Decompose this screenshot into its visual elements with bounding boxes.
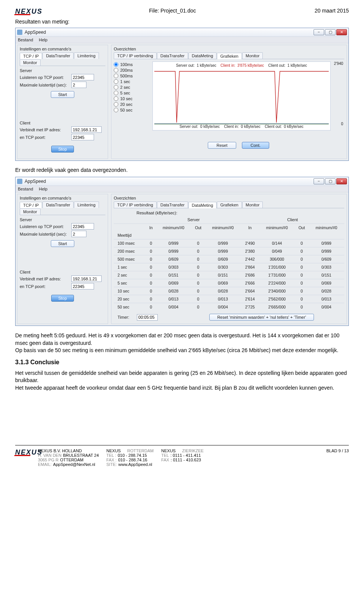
clientport-label: en TCP poort: [20,135,69,140]
radio-2sec[interactable]: 2 sec [114,85,133,90]
listen-port-input[interactable] [71,223,94,230]
body-p2: Op basis van de 50 sec meting is een min… [15,347,338,353]
server-label: Server [20,68,105,73]
left-panel-2: Instellingen en commando's TCP / IP Data… [17,194,108,324]
minimize-button[interactable]: − [314,29,324,35]
tab-monitor[interactable]: Monitor [20,59,41,66]
table-row: 100 msec00/99900/9992'4900/14400/999 [114,239,344,247]
app-icon [17,30,22,35]
close-button[interactable]: ✕ [336,29,347,35]
server-heading: Server [146,216,241,224]
chart-ymax: 2'940 [331,61,343,66]
reset-button[interactable]: Reset [208,142,236,149]
header-date: 20 maart 2015 [315,8,349,14]
maximize-button[interactable]: ▢ [325,29,336,35]
radio-20sec[interactable]: 20 sec [114,102,133,107]
connect-label: Verbindt met IP adres: [20,127,69,132]
radio-1sec[interactable]: 1 sec [114,79,133,84]
client-port-input[interactable] [71,134,94,140]
tab-tcpip[interactable]: TCP / IP [20,53,42,59]
app-icon [17,179,22,184]
result-label: Resultaat (kByte/sec): [136,211,344,215]
tab-limitering[interactable]: Limitering [74,201,99,208]
tab-dtransfer[interactable]: DataTransfer [157,52,188,59]
titlebar: AppSpeed − ▢ ✕ [16,28,348,37]
client-label: Client [20,121,105,125]
minimize-button[interactable]: − [314,178,324,184]
timer-label: Timer: [118,315,129,319]
caption-1: Er wordt redelijk vaak geen data overgez… [15,167,349,173]
start-button[interactable]: Start [51,91,74,98]
maxlisten-input[interactable] [71,82,86,88]
ip-input[interactable] [71,275,102,282]
chart-top-stats: Server out: 1 kByte/sec Client in: 3'875… [154,63,329,68]
close-button[interactable]: ✕ [336,178,347,184]
listen-port-input[interactable] [71,74,94,80]
tab-datameting[interactable]: DataMeting [188,202,217,208]
tab-tcpconn[interactable]: TCP / IP verbinding [114,201,157,208]
reset-all-button[interactable]: Reset 'minimum waarden' + 'nul tellers' … [209,314,314,321]
body-p3: Het verschil tussen de gemiddelde snelhe… [15,370,347,384]
client-heading: Client [241,216,344,224]
tab-datameting[interactable]: DataMeting [188,52,217,59]
client-port-input[interactable] [71,283,94,289]
ip-input[interactable] [71,126,102,133]
left-tabs: TCP / IP DataTransfer Limitering Monitor [20,52,105,66]
chart-frame: Server out: 1 kByte/sec Client in: 3'875… [152,61,331,131]
doc-footer: NEXUS NEXUS B.V. HOLLAND H. VAN DENBRULE… [15,445,349,467]
right-group-title: Overzichten [114,47,344,51]
table-row: 10 sec00/02800/0282'6642'340/00000/028 [114,287,344,295]
right-panel: Overzichten TCP / IP verbinding DataTran… [111,45,347,159]
app-window-1: AppSpeed − ▢ ✕ Bestand Help Instellingen… [15,28,349,161]
tab-limitering[interactable]: Limitering [74,52,99,59]
radio-200ms[interactable]: 200ms [114,68,133,72]
right-panel-2: Overzichten TCP / IP verbinding DataTran… [111,194,347,324]
maximize-button[interactable]: ▢ [325,178,336,184]
menu-help[interactable]: Help [39,187,47,191]
table-row: 20 sec00/01300/0132'6142'562/00000/013 [114,295,344,303]
tab-monitor2[interactable]: Monitor [242,201,263,208]
stop-button[interactable]: Stop [51,146,74,153]
menu-bestand[interactable]: Bestand [18,38,33,42]
menubar-2: Bestand Help [16,186,348,192]
menu-help[interactable]: Help [39,38,47,42]
tab-monitor2[interactable]: Monitor [242,52,263,59]
start-button[interactable]: Start [51,240,74,247]
radio-500ms[interactable]: 500ms [114,74,133,78]
tab-tcpconn[interactable]: TCP / IP verbinding [114,52,157,59]
logo: NEXUS [15,8,30,16]
section-title: Resultaten van meting: [15,19,349,25]
maxlisten-label: Maximale luistertijd (sec): [20,83,69,87]
chart-bottom-stats: Server out: 0 kByte/sec Client in: 0 kBy… [154,124,329,129]
tab-tcpip[interactable]: TCP / IP [20,202,42,208]
result-table: Server Client In minimum/#0 Out minimum/… [114,216,344,311]
meettijd-label: Meettijd [114,231,344,239]
tab-grafieken[interactable]: Grafieken [217,201,242,208]
menubar: Bestand Help [16,37,348,43]
radio-5sec[interactable]: 5 sec [114,91,133,95]
app-window-2: AppSpeed − ▢ ✕ Bestand Help Instellingen… [15,177,349,326]
timer-value[interactable] [137,314,158,321]
stop-button[interactable]: Stop [51,295,74,302]
page-number: BLAD 9 / 13 [326,448,349,453]
radio-100ms[interactable]: 100ms [114,62,133,67]
table-row: 5 sec00/06900/0692'6662'224/00000/069 [114,279,344,287]
maxlisten-input[interactable] [71,231,86,237]
tab-datatransfer[interactable]: DataTransfer [42,201,74,208]
radio-50sec[interactable]: 50 sec [114,108,133,112]
tab-grafieken[interactable]: Grafieken [217,53,242,59]
cont-button[interactable]: Cont. [242,142,269,149]
table-row: 1 sec00/30300/3032'8641'201/00000/303 [114,263,344,271]
window-title-2: AppSpeed [25,179,314,184]
tab-datatransfer[interactable]: DataTransfer [42,52,74,59]
tab-monitor[interactable]: Monitor [20,208,41,215]
right-tabs: TCP / IP verbinding DataTransfer DataMet… [114,52,344,59]
window-title: AppSpeed [25,30,314,35]
interval-radios: 100ms 200ms 500ms 1 sec 2 sec 5 sec 10 s… [114,61,133,149]
titlebar-2: AppSpeed − ▢ ✕ [16,177,348,186]
tab-dtransfer[interactable]: DataTransfer [157,201,188,208]
menu-bestand[interactable]: Bestand [18,187,33,191]
body-p4: Het tweede apparaat heeft de voorkeur om… [15,385,334,391]
body-p1: De meting heeft 5:05 geduurd. Het is 49 … [15,332,339,346]
radio-10sec[interactable]: 10 sec [114,96,133,101]
